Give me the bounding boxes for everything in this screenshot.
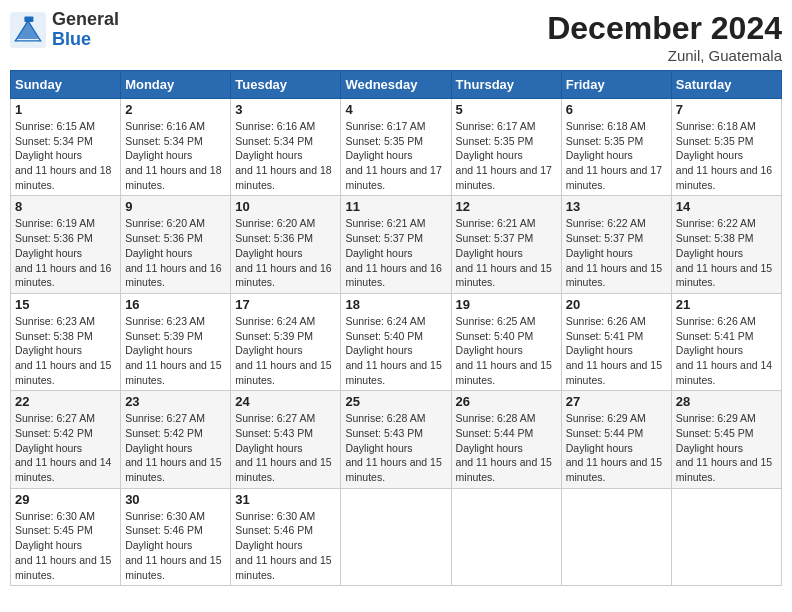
table-row — [671, 488, 781, 585]
month-title: December 2024 — [547, 10, 782, 47]
day-info: Sunrise: 6:20 AMSunset: 5:36 PMDaylight … — [235, 216, 336, 289]
day-info: Sunrise: 6:21 AMSunset: 5:37 PMDaylight … — [456, 216, 557, 289]
day-info: Sunrise: 6:16 AMSunset: 5:34 PMDaylight … — [235, 119, 336, 192]
day-number: 30 — [125, 492, 226, 507]
table-row: 19Sunrise: 6:25 AMSunset: 5:40 PMDayligh… — [451, 293, 561, 390]
table-row: 4Sunrise: 6:17 AMSunset: 5:35 PMDaylight… — [341, 99, 451, 196]
day-number: 7 — [676, 102, 777, 117]
calendar-header-row: Sunday Monday Tuesday Wednesday Thursday… — [11, 71, 782, 99]
day-number: 28 — [676, 394, 777, 409]
day-info: Sunrise: 6:30 AMSunset: 5:46 PMDaylight … — [125, 509, 226, 582]
table-row: 28Sunrise: 6:29 AMSunset: 5:45 PMDayligh… — [671, 391, 781, 488]
day-info: Sunrise: 6:15 AMSunset: 5:34 PMDaylight … — [15, 119, 116, 192]
day-number: 22 — [15, 394, 116, 409]
day-number: 24 — [235, 394, 336, 409]
table-row: 14Sunrise: 6:22 AMSunset: 5:38 PMDayligh… — [671, 196, 781, 293]
day-info: Sunrise: 6:22 AMSunset: 5:38 PMDaylight … — [676, 216, 777, 289]
logo: General Blue — [10, 10, 119, 50]
calendar-table: Sunday Monday Tuesday Wednesday Thursday… — [10, 70, 782, 586]
day-info: Sunrise: 6:26 AMSunset: 5:41 PMDaylight … — [566, 314, 667, 387]
day-info: Sunrise: 6:28 AMSunset: 5:43 PMDaylight … — [345, 411, 446, 484]
table-row: 18Sunrise: 6:24 AMSunset: 5:40 PMDayligh… — [341, 293, 451, 390]
day-info: Sunrise: 6:23 AMSunset: 5:39 PMDaylight … — [125, 314, 226, 387]
day-info: Sunrise: 6:18 AMSunset: 5:35 PMDaylight … — [676, 119, 777, 192]
col-tuesday: Tuesday — [231, 71, 341, 99]
day-info: Sunrise: 6:27 AMSunset: 5:42 PMDaylight … — [15, 411, 116, 484]
table-row: 25Sunrise: 6:28 AMSunset: 5:43 PMDayligh… — [341, 391, 451, 488]
day-info: Sunrise: 6:30 AMSunset: 5:45 PMDaylight … — [15, 509, 116, 582]
day-number: 13 — [566, 199, 667, 214]
day-number: 21 — [676, 297, 777, 312]
page-header: General Blue December 2024 Zunil, Guatem… — [10, 10, 782, 64]
day-info: Sunrise: 6:20 AMSunset: 5:36 PMDaylight … — [125, 216, 226, 289]
table-row: 26Sunrise: 6:28 AMSunset: 5:44 PMDayligh… — [451, 391, 561, 488]
day-info: Sunrise: 6:30 AMSunset: 5:46 PMDaylight … — [235, 509, 336, 582]
table-row: 24Sunrise: 6:27 AMSunset: 5:43 PMDayligh… — [231, 391, 341, 488]
day-info: Sunrise: 6:28 AMSunset: 5:44 PMDaylight … — [456, 411, 557, 484]
day-number: 2 — [125, 102, 226, 117]
table-row: 27Sunrise: 6:29 AMSunset: 5:44 PMDayligh… — [561, 391, 671, 488]
col-sunday: Sunday — [11, 71, 121, 99]
table-row: 31Sunrise: 6:30 AMSunset: 5:46 PMDayligh… — [231, 488, 341, 585]
day-info: Sunrise: 6:19 AMSunset: 5:36 PMDaylight … — [15, 216, 116, 289]
day-info: Sunrise: 6:27 AMSunset: 5:43 PMDaylight … — [235, 411, 336, 484]
table-row — [451, 488, 561, 585]
title-block: December 2024 Zunil, Guatemala — [547, 10, 782, 64]
logo-general: General — [52, 10, 119, 30]
table-row: 1Sunrise: 6:15 AMSunset: 5:34 PMDaylight… — [11, 99, 121, 196]
day-info: Sunrise: 6:18 AMSunset: 5:35 PMDaylight … — [566, 119, 667, 192]
location: Zunil, Guatemala — [547, 47, 782, 64]
table-row: 2Sunrise: 6:16 AMSunset: 5:34 PMDaylight… — [121, 99, 231, 196]
col-wednesday: Wednesday — [341, 71, 451, 99]
table-row — [561, 488, 671, 585]
day-number: 18 — [345, 297, 446, 312]
day-info: Sunrise: 6:21 AMSunset: 5:37 PMDaylight … — [345, 216, 446, 289]
table-row: 12Sunrise: 6:21 AMSunset: 5:37 PMDayligh… — [451, 196, 561, 293]
day-info: Sunrise: 6:16 AMSunset: 5:34 PMDaylight … — [125, 119, 226, 192]
day-number: 6 — [566, 102, 667, 117]
day-number: 17 — [235, 297, 336, 312]
table-row: 23Sunrise: 6:27 AMSunset: 5:42 PMDayligh… — [121, 391, 231, 488]
day-number: 25 — [345, 394, 446, 409]
table-row — [341, 488, 451, 585]
day-number: 19 — [456, 297, 557, 312]
table-row: 15Sunrise: 6:23 AMSunset: 5:38 PMDayligh… — [11, 293, 121, 390]
day-info: Sunrise: 6:24 AMSunset: 5:39 PMDaylight … — [235, 314, 336, 387]
day-number: 4 — [345, 102, 446, 117]
day-info: Sunrise: 6:25 AMSunset: 5:40 PMDaylight … — [456, 314, 557, 387]
table-row: 7Sunrise: 6:18 AMSunset: 5:35 PMDaylight… — [671, 99, 781, 196]
day-info: Sunrise: 6:24 AMSunset: 5:40 PMDaylight … — [345, 314, 446, 387]
day-info: Sunrise: 6:29 AMSunset: 5:44 PMDaylight … — [566, 411, 667, 484]
table-row: 8Sunrise: 6:19 AMSunset: 5:36 PMDaylight… — [11, 196, 121, 293]
svg-rect-3 — [24, 16, 33, 21]
logo-text: General Blue — [52, 10, 119, 50]
day-number: 8 — [15, 199, 116, 214]
col-thursday: Thursday — [451, 71, 561, 99]
logo-icon — [10, 12, 46, 48]
table-row: 16Sunrise: 6:23 AMSunset: 5:39 PMDayligh… — [121, 293, 231, 390]
table-row: 13Sunrise: 6:22 AMSunset: 5:37 PMDayligh… — [561, 196, 671, 293]
day-info: Sunrise: 6:26 AMSunset: 5:41 PMDaylight … — [676, 314, 777, 387]
day-number: 23 — [125, 394, 226, 409]
day-number: 11 — [345, 199, 446, 214]
table-row: 21Sunrise: 6:26 AMSunset: 5:41 PMDayligh… — [671, 293, 781, 390]
col-saturday: Saturday — [671, 71, 781, 99]
day-number: 20 — [566, 297, 667, 312]
table-row: 5Sunrise: 6:17 AMSunset: 5:35 PMDaylight… — [451, 99, 561, 196]
day-number: 31 — [235, 492, 336, 507]
table-row: 20Sunrise: 6:26 AMSunset: 5:41 PMDayligh… — [561, 293, 671, 390]
day-info: Sunrise: 6:23 AMSunset: 5:38 PMDaylight … — [15, 314, 116, 387]
day-number: 15 — [15, 297, 116, 312]
logo-blue: Blue — [52, 30, 119, 50]
table-row: 30Sunrise: 6:30 AMSunset: 5:46 PMDayligh… — [121, 488, 231, 585]
day-info: Sunrise: 6:17 AMSunset: 5:35 PMDaylight … — [345, 119, 446, 192]
col-friday: Friday — [561, 71, 671, 99]
day-number: 3 — [235, 102, 336, 117]
table-row: 6Sunrise: 6:18 AMSunset: 5:35 PMDaylight… — [561, 99, 671, 196]
day-info: Sunrise: 6:22 AMSunset: 5:37 PMDaylight … — [566, 216, 667, 289]
table-row: 9Sunrise: 6:20 AMSunset: 5:36 PMDaylight… — [121, 196, 231, 293]
table-row: 3Sunrise: 6:16 AMSunset: 5:34 PMDaylight… — [231, 99, 341, 196]
day-number: 14 — [676, 199, 777, 214]
table-row: 29Sunrise: 6:30 AMSunset: 5:45 PMDayligh… — [11, 488, 121, 585]
table-row: 10Sunrise: 6:20 AMSunset: 5:36 PMDayligh… — [231, 196, 341, 293]
